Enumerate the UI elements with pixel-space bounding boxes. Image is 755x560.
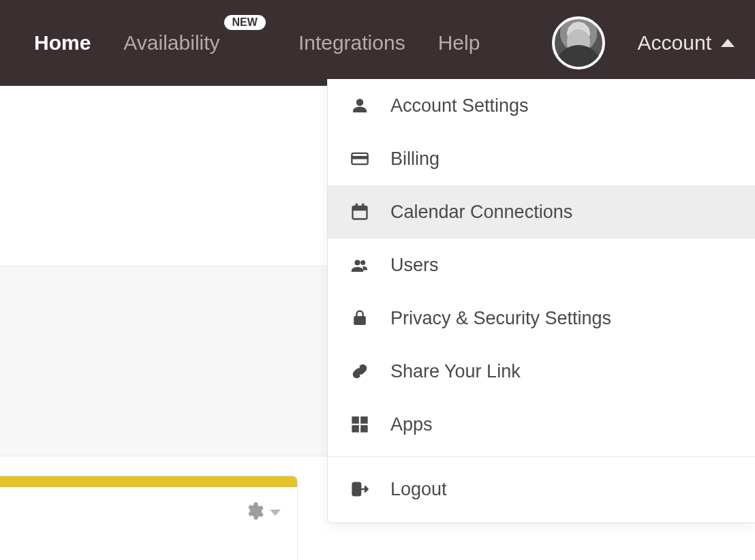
card-accent-bar	[0, 476, 297, 487]
nav-home[interactable]: Home	[34, 31, 91, 55]
menu-item-share-link[interactable]: Share Your Link	[328, 345, 755, 398]
billing-icon	[348, 147, 371, 170]
nav-home-label: Home	[34, 31, 91, 55]
svg-point-6	[355, 260, 360, 265]
menu-item-users[interactable]: Users	[328, 238, 755, 292]
svg-rect-1	[352, 157, 367, 159]
svg-rect-13	[353, 483, 361, 496]
page-section	[0, 266, 330, 456]
link-icon	[348, 360, 371, 383]
logout-icon	[348, 478, 371, 501]
menu-item-logout[interactable]: Logout	[328, 463, 755, 516]
svg-point-7	[361, 261, 365, 265]
nav-availability-badge: NEW	[224, 15, 266, 30]
account-dropdown: Account Settings Billing Calendar Connec…	[327, 79, 755, 523]
users-icon	[348, 253, 371, 277]
menu-item-label: Apps	[390, 414, 433, 435]
menu-divider	[328, 456, 755, 457]
nav-account-label: Account	[638, 31, 711, 55]
person-icon	[348, 94, 371, 117]
svg-rect-5	[363, 204, 364, 208]
avatar[interactable]	[552, 16, 605, 69]
svg-rect-4	[356, 204, 357, 208]
calendar-icon	[348, 200, 371, 223]
menu-item-label: Logout	[390, 479, 447, 500]
nav-integrations-label: Integrations	[298, 31, 405, 55]
menu-item-label: Share Your Link	[390, 361, 521, 382]
nav-availability[interactable]: Availability NEW	[123, 31, 266, 55]
menu-item-label: Billing	[390, 149, 440, 170]
apps-icon	[348, 413, 371, 436]
svg-rect-11	[353, 426, 358, 431]
menu-item-label: Account Settings	[390, 95, 529, 116]
menu-item-calendar-connections[interactable]: Calendar Connections	[328, 185, 755, 238]
menu-item-label: Privacy & Security Settings	[390, 308, 611, 329]
svg-rect-8	[354, 317, 365, 325]
menu-item-label: Calendar Connections	[390, 202, 572, 223]
menu-item-billing[interactable]: Billing	[328, 132, 755, 185]
top-nav: Home Availability NEW Integrations Help …	[0, 0, 755, 86]
nav-availability-label: Availability	[123, 31, 219, 55]
nav-help[interactable]: Help	[438, 31, 480, 55]
svg-rect-10	[361, 418, 367, 423]
menu-item-account-settings[interactable]: Account Settings	[328, 79, 755, 132]
chevron-down-icon	[270, 510, 281, 516]
svg-rect-3	[353, 206, 367, 211]
event-card[interactable]	[0, 476, 298, 560]
nav-integrations[interactable]: Integrations	[298, 31, 405, 55]
menu-item-label: Users	[390, 255, 439, 276]
caret-up-icon	[721, 39, 735, 47]
svg-rect-12	[361, 426, 367, 431]
account-dropdown-trigger[interactable]: Account	[638, 31, 735, 55]
lock-icon	[348, 307, 371, 330]
card-settings-button[interactable]	[244, 501, 281, 524]
nav-help-label: Help	[438, 31, 480, 55]
gear-icon	[244, 501, 264, 524]
menu-item-privacy-security[interactable]: Privacy & Security Settings	[328, 292, 755, 345]
svg-rect-9	[353, 418, 358, 423]
menu-item-apps[interactable]: Apps	[328, 398, 755, 451]
